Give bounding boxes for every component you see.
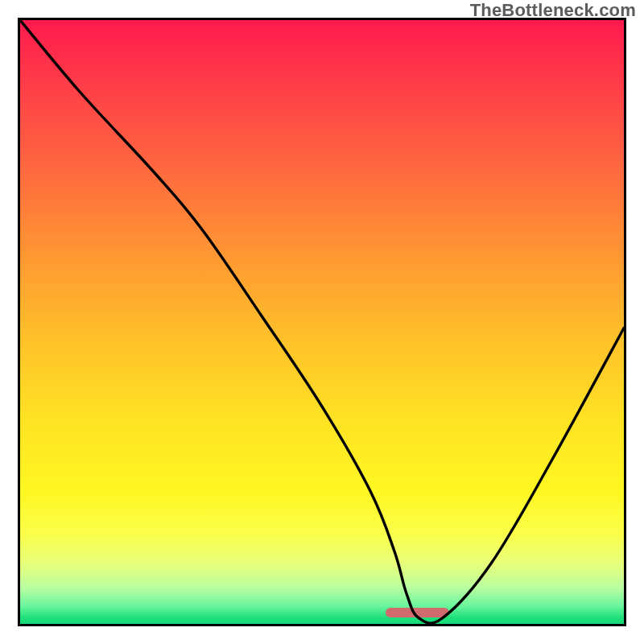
chart-frame [18,18,626,626]
bottleneck-curve-path [20,20,624,623]
bottleneck-curve [20,20,624,624]
